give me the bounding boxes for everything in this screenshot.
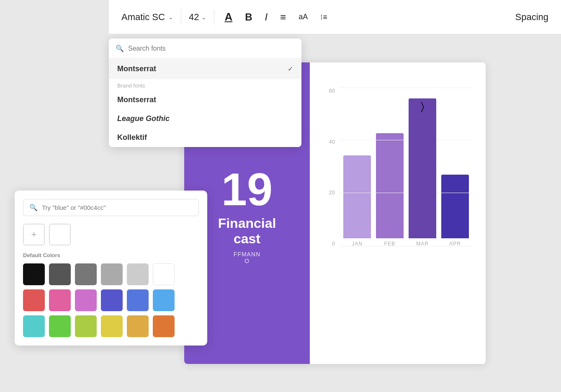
color-blue[interactable] bbox=[127, 289, 149, 311]
underline-button[interactable]: A bbox=[222, 9, 235, 25]
y-label-20: 20 bbox=[329, 189, 335, 196]
color-row-2 bbox=[23, 289, 199, 311]
color-teal[interactable] bbox=[23, 315, 45, 337]
y-label-0: 0 bbox=[332, 240, 335, 247]
bar-apr bbox=[441, 175, 469, 238]
color-light-blue[interactable] bbox=[153, 289, 175, 311]
font-search-input[interactable] bbox=[128, 45, 295, 52]
color-lavender[interactable] bbox=[75, 289, 97, 311]
bar-group-feb: FEB bbox=[376, 88, 404, 247]
color-row-3 bbox=[23, 315, 199, 337]
bars-group: JAN FEB MAR bbox=[339, 88, 473, 247]
bold-button[interactable]: B bbox=[242, 10, 255, 25]
bar-feb bbox=[376, 133, 404, 238]
grid-line-bottom bbox=[339, 246, 473, 247]
grid-line-mid1 bbox=[339, 140, 473, 140]
cursor-hand: 〉 bbox=[421, 100, 425, 113]
chart-container: 60 40 20 0 bbox=[322, 79, 473, 351]
toolbar: Amatic SC ⌄ 42 ⌄ A B I ≡ aA ⁝≡ Spacing bbox=[109, 0, 561, 34]
color-yellow[interactable] bbox=[101, 315, 123, 337]
font-name-montserrat: Montserrat bbox=[117, 95, 156, 104]
spacing-button[interactable]: Spacing bbox=[515, 12, 548, 23]
list-button[interactable]: ⁝≡ bbox=[318, 11, 330, 23]
case-button[interactable]: aA bbox=[296, 11, 310, 23]
font-option-montserrat[interactable]: Montserrat bbox=[109, 90, 301, 109]
font-option-kollektif[interactable]: Kollektif bbox=[109, 128, 301, 147]
color-dark-gray[interactable] bbox=[49, 263, 71, 285]
color-pink[interactable] bbox=[49, 289, 71, 311]
slide-number: 19 bbox=[221, 162, 273, 216]
bar-label-jan: JAN bbox=[352, 241, 363, 247]
font-check-icon: ✓ bbox=[288, 65, 293, 73]
font-selector[interactable]: Amatic SC ⌄ bbox=[121, 12, 173, 23]
brand-fonts-label: Brand fonts bbox=[109, 79, 301, 90]
color-search-input[interactable] bbox=[42, 204, 193, 211]
font-name-league: League Gothic bbox=[117, 114, 170, 123]
color-search-icon: 🔍 bbox=[29, 204, 38, 211]
grid-line-top bbox=[339, 88, 473, 88]
y-label-60: 60 bbox=[329, 88, 335, 94]
color-yellow-green[interactable] bbox=[75, 315, 97, 337]
bar-group-apr: APR bbox=[441, 88, 469, 247]
color-light-gray[interactable] bbox=[101, 263, 123, 285]
font-name-label: Amatic SC bbox=[121, 12, 165, 23]
color-medium-gray[interactable] bbox=[75, 263, 97, 285]
bar-label-mar: MAR bbox=[416, 241, 429, 247]
font-dropdown-chevron[interactable]: ⌄ bbox=[168, 14, 173, 21]
font-dropdown: 🔍 Montserrat ✓ Brand fonts Montserrat Le… bbox=[109, 39, 301, 147]
italic-button[interactable]: I bbox=[262, 10, 270, 25]
font-search-icon: 🔍 bbox=[116, 44, 124, 52]
grid-line-mid2 bbox=[339, 193, 473, 193]
color-black[interactable] bbox=[23, 263, 45, 285]
font-size-value: 42 bbox=[189, 12, 199, 23]
font-name-kollektif: Kollektif bbox=[117, 133, 147, 142]
color-dark-orange[interactable] bbox=[153, 315, 175, 337]
bar-mar bbox=[409, 98, 436, 238]
color-white[interactable] bbox=[153, 263, 175, 285]
y-label-40: 40 bbox=[329, 139, 335, 145]
toolbar-divider-2 bbox=[214, 10, 214, 25]
font-option-league[interactable]: League Gothic bbox=[109, 109, 301, 128]
slide-subtitle: FFMANNO bbox=[234, 251, 260, 264]
toolbar-divider-1 bbox=[181, 10, 181, 25]
color-picker: 🔍 + Default Colors bbox=[15, 191, 207, 346]
slide-right-panel: 60 40 20 0 bbox=[310, 62, 486, 364]
color-green[interactable] bbox=[49, 315, 71, 337]
bar-label-feb: FEB bbox=[384, 241, 395, 247]
color-purple[interactable] bbox=[101, 289, 123, 311]
font-search-container[interactable]: 🔍 bbox=[109, 39, 301, 59]
align-button[interactable]: ≡ bbox=[278, 10, 288, 25]
bar-group-mar: MAR 〉 bbox=[409, 88, 436, 247]
color-red[interactable] bbox=[23, 289, 45, 311]
bar-group-jan: JAN bbox=[343, 88, 371, 247]
color-row-1 bbox=[23, 263, 199, 285]
custom-colors-row: + bbox=[23, 224, 199, 245]
add-color-button[interactable]: + bbox=[23, 224, 45, 245]
font-option-montserrat-top[interactable]: Montserrat ✓ bbox=[109, 59, 301, 79]
default-colors-label: Default Colors bbox=[23, 252, 199, 258]
empty-color-swatch[interactable] bbox=[49, 224, 71, 245]
font-size-selector[interactable]: 42 ⌄ bbox=[189, 12, 206, 23]
color-search-container[interactable]: 🔍 bbox=[23, 199, 199, 216]
color-grid bbox=[23, 263, 199, 337]
bar-jan bbox=[343, 155, 371, 238]
bar-label-apr: APR bbox=[449, 241, 461, 247]
font-name-montserrat-top: Montserrat bbox=[117, 64, 156, 73]
font-size-chevron[interactable]: ⌄ bbox=[201, 14, 206, 21]
color-very-light-gray[interactable] bbox=[127, 263, 149, 285]
color-orange[interactable] bbox=[127, 315, 149, 337]
slide-title: Financialcast bbox=[210, 216, 285, 247]
